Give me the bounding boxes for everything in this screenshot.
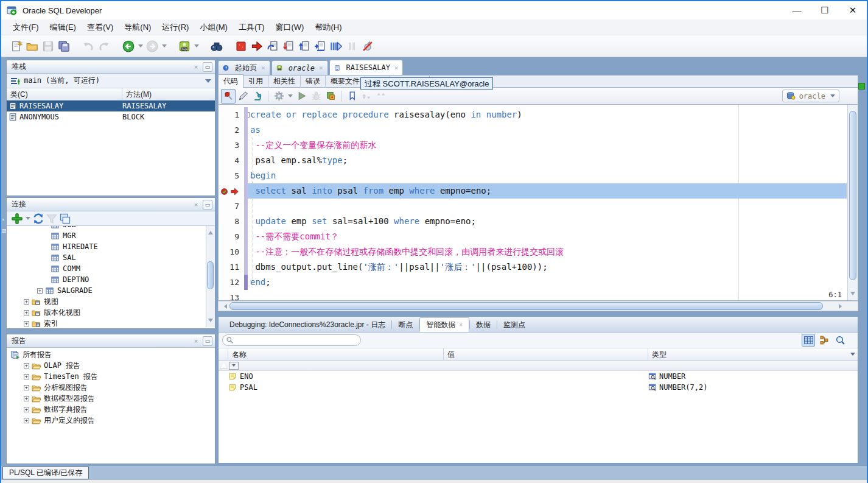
reports-tree-item[interactable]: 所有报告 [7,349,215,360]
pin-button[interactable] [221,89,236,104]
thread-selector[interactable]: main (当前, 可运行) [7,74,215,88]
debugger-tab-4[interactable]: 数据 [470,317,497,332]
expand-icon[interactable]: + [24,374,29,379]
open-windows-button[interactable] [58,212,72,225]
search-input[interactable] [222,334,361,346]
connections-tree-item[interactable]: +索引 [7,318,215,327]
connections-tree-item[interactable]: JOB [7,226,215,230]
dropdown-icon[interactable] [136,38,144,54]
editor-vertical-scrollbar[interactable] [847,105,858,300]
reports-tree-item[interactable]: +分析视图报告 [7,382,215,393]
doc-tab-起始页[interactable]: ?起始页× [218,60,270,75]
scrollbar-thumb[interactable] [229,302,823,310]
code-line-3[interactable]: --定义一个变量保存涨前的薪水 [250,138,845,153]
variable-row-ENO[interactable]: ENONUMBER [219,371,858,382]
reports-tree-item[interactable]: +OLAP 报告 [7,360,215,371]
reports-minimize-icon[interactable]: ▭ [203,336,212,346]
line-number[interactable]: 1 [219,110,239,119]
col-type[interactable]: 类型 [648,348,858,360]
stack-col-method[interactable]: 方法(M) [122,88,215,100]
tab-close-icon[interactable]: × [459,322,463,328]
expand-icon[interactable]: + [37,288,43,294]
code-line-2[interactable]: as [250,122,845,138]
refresh-button[interactable] [32,212,45,225]
stack-close-icon[interactable]: × [191,62,201,72]
open-folder-button[interactable] [24,38,40,54]
menu-item-9[interactable]: 帮助(H) [309,20,347,35]
line-number[interactable]: 8 [219,217,239,226]
expand-icon[interactable]: + [24,418,29,423]
expand-icon[interactable]: + [24,396,29,401]
maximize-button[interactable]: ☐ [811,1,839,19]
filter-button[interactable] [45,212,58,225]
scrollbar-thumb[interactable] [849,111,856,280]
variable-row-PSAL[interactable]: PSALNUMBER(7,2) [219,382,858,393]
col-name[interactable]: 名称 [228,348,444,360]
dropdown-icon[interactable] [286,88,294,104]
code-line-11[interactable]: dbms_output.put_line('涨前：'||psal||'涨后：'|… [250,259,845,275]
line-number[interactable]: 11 [219,263,239,272]
line-number[interactable]: 9 [219,232,239,241]
reports-tree-item[interactable]: +TimesTen 报告 [7,371,215,382]
connections-tree-item[interactable]: +SALGRADE [7,285,215,296]
code-editor[interactable]: 1-create or replace procedure raisesalay… [218,105,858,301]
line-number[interactable]: 3 [219,141,239,150]
tab-close-icon[interactable]: × [394,64,399,72]
stack-frame-row[interactable]: ANONYMOUSBLOCK [7,111,215,122]
code-line-7[interactable] [250,199,845,214]
run-button[interactable] [294,89,309,104]
grid-view-button[interactable] [802,334,815,347]
find-execution-point-button[interactable] [249,38,265,54]
code-line-13[interactable] [250,290,845,301]
step-over-button[interactable] [265,38,281,54]
sub-tab-错误[interactable]: 错误 [301,75,326,88]
sub-tab-引用[interactable]: 引用 [243,75,268,88]
debugger-tab-5[interactable]: 监测点 [497,317,531,332]
menu-item-6[interactable]: 小组(M) [194,20,233,35]
menu-item-7[interactable]: 工具(T) [233,20,270,35]
reports-close-icon[interactable]: × [191,336,201,346]
reports-tree-item[interactable]: +数据模型器报告 [7,393,215,404]
expand-icon[interactable]: + [24,321,29,326]
scroll-left-icon[interactable] [222,304,227,309]
line-number[interactable]: 2 [219,125,239,135]
breakpoint-icon[interactable] [220,187,228,195]
code-line-9[interactable]: --需不需要commit？ [250,229,845,244]
debugger-tab-3[interactable]: 智能数据× [419,317,469,332]
expand-icon[interactable]: + [24,310,29,316]
editor-horizontal-scrollbar[interactable] [218,301,858,311]
dropdown-icon[interactable] [24,211,32,227]
debugger-tab-2[interactable]: 断点 [392,317,419,332]
menu-item-4[interactable]: 导航(N) [119,20,156,35]
line-number[interactable]: 4 [219,156,239,165]
compile-debug-button[interactable] [323,89,338,104]
close-button[interactable]: ✕ [839,1,867,19]
dropdown-icon[interactable] [160,38,168,54]
new-file-button[interactable]: ✶ [9,38,24,54]
step-out-button[interactable] [296,38,312,54]
step-into-button[interactable] [281,38,296,54]
menu-item-8[interactable]: 窗口(W) [270,20,310,35]
connections-tree-item[interactable]: SAL [7,252,215,263]
connections-tree-item[interactable]: MGR [7,230,215,241]
connections-close-icon[interactable]: × [191,200,201,210]
scroll-up-icon[interactable] [208,228,213,234]
cancel-breakpoints-button[interactable] [360,38,376,54]
stack-col-class[interactable]: 类(C) [7,88,122,100]
edit-pencil-button[interactable] [236,89,250,104]
filter-dropdown-icon[interactable] [229,362,239,370]
reports-tree-item[interactable]: +数据字典报告 [7,404,215,415]
add-button[interactable] [10,212,24,225]
resume-button[interactable] [328,38,344,54]
code-line-6[interactable]: select sal into psal from emp where empn… [248,183,845,199]
tree-view-button[interactable] [817,334,831,347]
debugger-tab-1[interactable]: Debugging: IdeConnections%23oracle.jpr -… [223,317,391,332]
menu-item-2[interactable]: 编辑(E) [44,20,82,35]
tab-close-icon[interactable]: × [319,64,323,72]
expand-icon[interactable]: + [24,407,29,412]
connections-tree-item[interactable]: COMM [7,263,215,274]
menu-item-1[interactable]: 文件(F) [7,20,44,35]
step-to-end-button[interactable] [312,38,328,54]
expand-icon[interactable]: + [24,363,29,368]
table-options-icon[interactable] [848,350,857,359]
